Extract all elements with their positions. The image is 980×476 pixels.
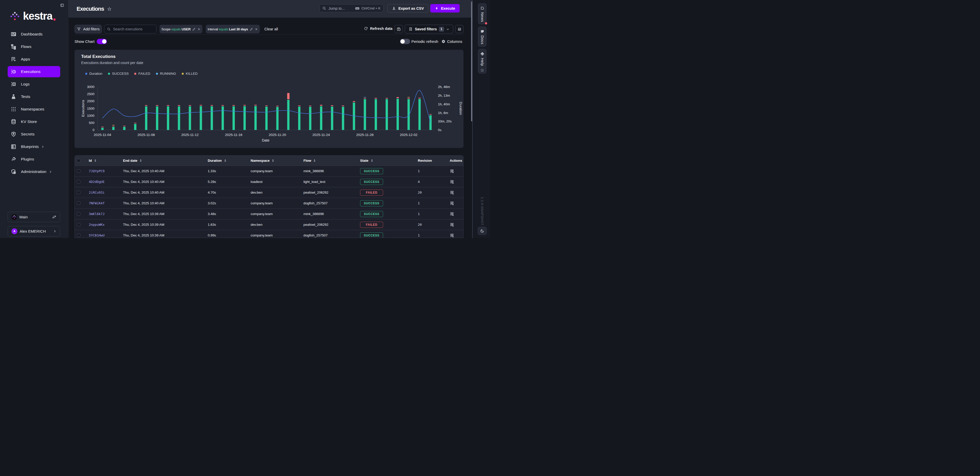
export-csv-button[interactable]: Export as CSV [387,4,428,13]
filter-chip-scope[interactable]: ScopeequalsUSER [159,25,202,33]
columns-button[interactable]: Columns [442,39,462,44]
sidebar-item-namespaces[interactable]: Namespaces [8,103,60,115]
add-filters-button[interactable]: Add filters [75,25,102,33]
row-checkbox[interactable] [77,170,80,173]
favorite-star-icon[interactable] [107,7,111,11]
revision: 20 [418,223,422,227]
table-row[interactable]: 4D2dDgUEThu, Dec 4, 2025 10:40 AM5.28slo… [75,176,463,187]
active-filters: ScopeequalsUSERIntervalequalsLast 30 day… [159,25,278,33]
svg-text:1h, 40m: 1h, 40m [438,102,450,106]
row-checkbox[interactable] [77,191,80,194]
sort-icon[interactable] [139,159,143,162]
column-header-duration[interactable]: Duration [208,159,222,162]
text-search-icon[interactable] [450,190,454,195]
row-checkbox[interactable] [77,212,80,216]
dashboards-icon [11,32,16,37]
sort-icon[interactable] [370,159,374,162]
sidebar-item-tests[interactable]: Tests [8,91,60,102]
flows-icon [11,44,16,49]
sidebar-item-apps[interactable]: Apps [8,54,60,65]
sidebar-item-label: Plugins [21,157,34,162]
flow: dogfish_257507 [304,201,328,205]
sidebar-item-blueprints[interactable]: Blueprints [8,141,60,152]
table-row[interactable]: 3mKl6k7JThu, Dec 4, 2025 10:39 AM3.48sco… [75,209,463,219]
sidebar-collapse-icon[interactable] [60,3,64,7]
chip-field: Interval [208,27,218,31]
sort-icon[interactable] [223,159,227,162]
row-checkbox[interactable] [77,202,80,205]
row-checkbox[interactable] [77,180,80,184]
sidebar-item-label: Namespaces [21,107,44,111]
docs-tab[interactable]: Docs [478,27,487,47]
sidebar-item-administration[interactable]: Administration [8,166,60,177]
user-menu[interactable]: A Alex EMERICH [8,226,60,236]
sort-icon[interactable] [271,159,275,162]
right-rail: News Docs Help 1.2.0-SNAPSHOT [472,0,490,238]
text-search-icon[interactable] [450,212,454,216]
save-filter-button[interactable] [395,25,403,33]
sidebar-item-logs[interactable]: Logs [8,79,60,90]
periodic-refresh-label: Periodic refresh [411,39,438,44]
column-header-state[interactable]: State [360,159,369,162]
toggles-row: Show Chart Periodic refresh Columns [68,37,474,46]
theme-toggle-button[interactable] [478,227,487,235]
sidebar-item-executions[interactable]: Executions [8,66,60,77]
execution-id-link[interactable]: 2nppuWKx [89,223,105,227]
periodic-refresh-toggle[interactable] [400,39,410,44]
saved-filters-button[interactable]: Saved filters 1 [405,25,453,33]
select-all-checkbox[interactable] [77,159,80,162]
show-chart-toggle[interactable] [97,39,107,44]
news-tab[interactable]: News [478,3,487,24]
pencil-icon[interactable] [250,27,253,31]
execution-id-link[interactable]: 7JQYpPC9 [89,169,105,173]
text-search-icon[interactable] [450,222,454,227]
table-row[interactable]: 2nppuWKxThu, Dec 4, 2025 10:39 AM1.63sde… [75,219,463,230]
executions-chart[interactable]: 0500100015002000250030000s33m, 20s1h, 6m… [75,50,463,148]
execution-id-link[interactable]: 5YCB1HwU [89,233,105,237]
sidebar-item-dashboards[interactable]: Dashboards [8,29,60,40]
svg-text:33m, 20s: 33m, 20s [438,119,452,123]
namespace: company.team [251,233,272,237]
table-row[interactable]: 5YCB1HwUThu, Dec 4, 2025 10:39 AM0.99sco… [75,230,463,238]
search-executions-input[interactable]: Search executions [104,25,156,33]
clear-all-button[interactable]: Clear all [264,27,278,31]
text-search-icon[interactable] [450,201,454,206]
sort-icon[interactable] [313,159,317,162]
kestra-logo[interactable]: kestra. [10,12,52,21]
help-tab[interactable]: Help [478,49,487,73]
execution-id-link[interactable]: 3mKl6k7J [89,212,105,216]
close-icon[interactable] [197,27,200,31]
table-row[interactable]: 7NFWiK4fThu, Dec 4, 2025 10:40 AM3.02sco… [75,198,463,209]
svg-text:2025-11-20: 2025-11-20 [269,133,286,137]
column-header-flow[interactable]: Flow [304,159,311,162]
sort-icon[interactable] [94,159,97,162]
execution-id-link[interactable]: 2iRCu93i [89,190,105,194]
column-header-namespace[interactable]: Namespace [251,159,269,162]
jump-to-search[interactable]: Jump to... Ctrl/Cmd + K [320,4,383,12]
sidebar-item-plugins[interactable]: Plugins [8,154,60,165]
column-header-id[interactable]: Id [89,159,92,162]
sidebar-item-flows[interactable]: Flows [8,41,60,52]
filter-chip-interval[interactable]: IntervalequalsLast 30 days [206,25,260,33]
row-checkbox[interactable] [77,223,80,227]
tenant-selector[interactable]: Main [8,212,60,222]
text-search-icon[interactable] [450,233,454,238]
pencil-icon[interactable] [192,27,196,31]
svg-text:2025-11-16: 2025-11-16 [225,133,242,137]
scrollbar[interactable] [471,2,472,121]
text-search-icon[interactable] [450,169,454,173]
show-chart-label: Show Chart [75,39,94,44]
close-icon[interactable] [255,27,258,31]
column-header-end-date[interactable]: End date [123,159,137,162]
refresh-data-button[interactable]: Refresh data [364,27,393,31]
table-row[interactable]: 2iRCu93iThu, Dec 4, 2025 10:40 AM4.70sde… [75,187,463,198]
execute-button[interactable]: Execute [430,4,460,13]
execution-id-link[interactable]: 4D2dDgUE [89,180,105,184]
filter-settings-button[interactable] [455,25,463,33]
sidebar-item-kv-store[interactable]: KV Store [8,116,60,127]
text-search-icon[interactable] [450,179,454,184]
table-row[interactable]: 7JQYpPC9Thu, Dec 4, 2025 10:40 AM1.33sco… [75,166,463,176]
execution-id-link[interactable]: 7NFWiK4f [89,201,105,205]
row-checkbox[interactable] [77,234,80,237]
sidebar-item-secrets[interactable]: Secrets [8,129,60,140]
